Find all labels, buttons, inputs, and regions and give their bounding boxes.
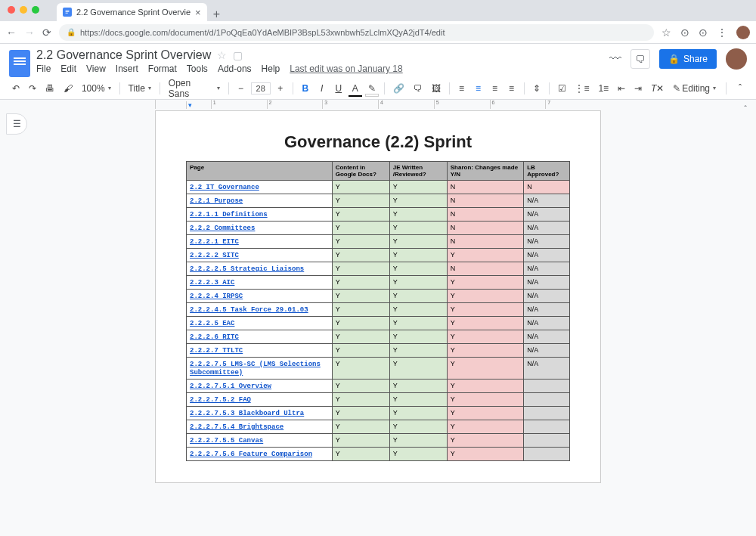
status-cell[interactable]: Y (389, 358, 447, 380)
status-cell[interactable] (524, 380, 570, 393)
status-cell[interactable]: Y (447, 344, 523, 358)
reload-button[interactable]: ⟳ (42, 26, 51, 39)
clear-format-button[interactable]: T✕ (648, 81, 667, 96)
status-cell[interactable]: N/A (524, 235, 570, 249)
status-cell[interactable]: Y (389, 393, 447, 407)
bold-button[interactable]: B (299, 81, 312, 96)
status-cell[interactable]: Y (389, 208, 447, 222)
status-cell[interactable]: Y (332, 317, 389, 330)
indent-button[interactable]: ⇥ (631, 81, 645, 96)
zoom-dropdown[interactable]: 100% (79, 82, 114, 95)
align-right-button[interactable]: ≡ (488, 81, 502, 96)
status-cell[interactable]: N/A (524, 330, 570, 344)
table-row[interactable]: 2.2.2.6 RITCYYYN/A (187, 330, 570, 344)
table-row[interactable]: 2.2.1 PurposeYYNN/A (187, 194, 570, 208)
status-cell[interactable]: Y (447, 434, 523, 448)
status-cell[interactable]: Y (389, 181, 447, 194)
status-cell[interactable]: Y (389, 407, 447, 420)
status-cell[interactable]: N/A (524, 358, 570, 380)
column-header[interactable]: JE Written /Reviewed? (389, 162, 447, 181)
page-link[interactable]: 2.2.1 Purpose (190, 197, 243, 205)
font-dropdown[interactable]: Open Sans (166, 76, 223, 101)
underline-button[interactable]: U (332, 81, 345, 96)
forward-button[interactable]: → (24, 26, 35, 39)
menu-tools[interactable]: Tools (187, 64, 208, 74)
document-canvas[interactable]: ☰ ˆ ▾ 1 2 3 4 5 6 7 Governance (2.2) Spr… (0, 100, 756, 536)
style-dropdown[interactable]: Title (125, 82, 154, 95)
status-cell[interactable]: Y (447, 393, 523, 407)
status-cell[interactable]: Y (389, 276, 447, 290)
status-cell[interactable]: Y (447, 303, 523, 317)
page-link[interactable]: 2.2.2.7.5 LMS-SC (LMS Selections Subcomm… (190, 361, 321, 376)
status-cell[interactable]: Y (332, 303, 389, 317)
browser-tab[interactable]: 2.2 Governance Sprint Overvie × (57, 3, 207, 21)
page-link[interactable]: 2.2.2.6 RITC (190, 333, 239, 341)
status-cell[interactable]: Y (332, 434, 389, 448)
status-cell[interactable] (524, 448, 570, 461)
maximize-window-icon[interactable] (32, 6, 39, 14)
activity-icon[interactable]: 〰 (609, 52, 621, 66)
page-link[interactable]: 2.2.2.2 SITC (190, 252, 239, 259)
status-cell[interactable]: Y (389, 249, 447, 262)
document-page[interactable]: Governance (2.2) Sprint PageContent in G… (155, 110, 601, 483)
page-link[interactable]: 2.2.2.7.5.2 FAQ (190, 396, 251, 404)
menu-addons[interactable]: Add-ons (218, 64, 252, 74)
status-cell[interactable]: Y (447, 249, 523, 262)
status-cell[interactable]: Y (389, 380, 447, 393)
status-cell[interactable]: Y (332, 393, 389, 407)
collapse-toolbar-button[interactable]: ˆ (733, 81, 747, 96)
star-icon[interactable]: ☆ (217, 49, 227, 61)
last-edit-link[interactable]: Last edit was on January 18 (290, 64, 402, 74)
menu-file[interactable]: File (36, 64, 51, 74)
status-cell[interactable]: N/A (524, 222, 570, 235)
status-cell[interactable]: N/A (524, 290, 570, 303)
checklist-button[interactable]: ☑ (555, 81, 569, 96)
table-row[interactable]: 2.2.2.7.5.1 OverviewYYY (187, 380, 570, 393)
print-button[interactable]: 🖶 (42, 81, 57, 96)
table-row[interactable]: 2.2.2.7.5.3 Blackboard UltraYYY (187, 407, 570, 420)
menu-edit[interactable]: Edit (60, 64, 76, 74)
page-link[interactable]: 2.2.2.5 EAC (190, 320, 234, 327)
redo-button[interactable]: ↷ (26, 81, 39, 96)
table-row[interactable]: 2.2.2.2 SITCYYYN/A (187, 249, 570, 262)
status-cell[interactable]: Y (332, 276, 389, 290)
status-cell[interactable]: Y (389, 330, 447, 344)
table-row[interactable]: 2.2.2 CommitteesYYNN/A (187, 222, 570, 235)
table-row[interactable]: 2.2.2.5 EACYYYN/A (187, 317, 570, 330)
status-cell[interactable]: Y (332, 330, 389, 344)
status-cell[interactable]: N/A (524, 317, 570, 330)
table-row[interactable]: 2.2.2.4.5 Task Force 29.01.03YYYN/A (187, 303, 570, 317)
docs-logo-icon[interactable] (9, 50, 30, 77)
column-header[interactable]: Page (187, 162, 333, 181)
menu-help[interactable]: Help (262, 64, 280, 74)
extension-icon[interactable]: ⊙ (680, 26, 689, 39)
status-cell[interactable] (524, 434, 570, 448)
outdent-button[interactable]: ⇤ (615, 81, 628, 96)
status-cell[interactable]: Y (332, 208, 389, 222)
align-left-button[interactable]: ≡ (455, 81, 469, 96)
sprint-table[interactable]: PageContent in Google Docs?JE Written /R… (186, 161, 570, 461)
page-link[interactable]: 2.2.2.1 EITC (190, 238, 239, 246)
profile-avatar[interactable] (736, 26, 750, 39)
status-cell[interactable]: N (447, 262, 523, 276)
table-row[interactable]: 2.2 IT GovernanceYYNN (187, 181, 570, 194)
status-cell[interactable]: N/A (524, 262, 570, 276)
column-header[interactable]: Content in Google Docs? (332, 162, 389, 181)
column-header[interactable]: Sharon: Changes made Y/N (447, 162, 523, 181)
status-cell[interactable]: Y (389, 420, 447, 434)
status-cell[interactable]: N/A (524, 276, 570, 290)
status-cell[interactable]: Y (389, 303, 447, 317)
page-link[interactable]: 2.2.2.7.5.6 Feature Comparison (190, 451, 312, 458)
share-button[interactable]: 🔒 Share (659, 49, 717, 69)
table-row[interactable]: 2.2.2.3 AICYYYN/A (187, 276, 570, 290)
minimize-window-icon[interactable] (20, 6, 27, 14)
numbered-list-button[interactable]: 1≡ (595, 81, 612, 96)
url-field[interactable]: 🔒 https://docs.google.com/document/d/1Po… (59, 24, 654, 41)
image-button[interactable]: 🖼 (429, 81, 444, 96)
table-row[interactable]: 2.2.2.7.5 LMS-SC (LMS Selections Subcomm… (187, 358, 570, 380)
status-cell[interactable]: Y (332, 448, 389, 461)
status-cell[interactable]: Y (389, 344, 447, 358)
bullet-list-button[interactable]: ⋮≡ (572, 81, 593, 96)
status-cell[interactable]: N (447, 194, 523, 208)
hide-ruler-icon[interactable]: ˆ (744, 104, 747, 113)
